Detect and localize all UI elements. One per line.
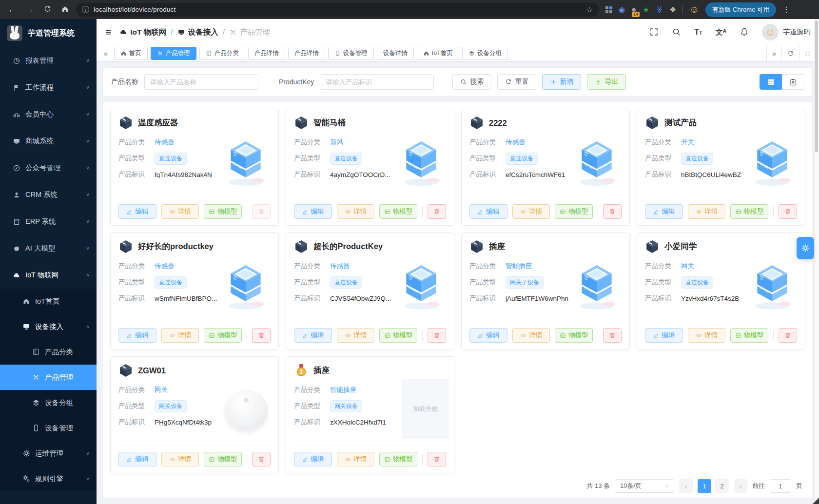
thing-model-button[interactable]: 物模型 (379, 452, 417, 466)
detail-button[interactable]: 详情 (688, 204, 726, 219)
sidebar-item-crm[interactable]: CRM 系统∨ (0, 181, 97, 208)
profile-avatar-icon[interactable]: ☺ (689, 4, 699, 15)
thing-model-button[interactable]: 物模型 (204, 204, 242, 219)
edit-button[interactable]: 编辑 (294, 328, 332, 343)
sidebar-item-erp[interactable]: ERP 系统∨ (0, 208, 97, 235)
product-category-link[interactable]: 传感器 (155, 138, 175, 147)
edit-button[interactable]: 编辑 (469, 204, 507, 219)
extensions-puzzle-icon[interactable]: ❖ (670, 5, 676, 14)
tab-layout-icon[interactable]: ∷ (800, 45, 815, 61)
thing-model-button[interactable]: 物模型 (555, 204, 593, 219)
extension-badge-icon[interactable]: ●14 (631, 5, 636, 15)
extension-balloon-icon[interactable]: ◉ (619, 5, 625, 14)
sidebar-item-product-management[interactable]: 产品管理 (0, 365, 97, 390)
chrome-update-chip[interactable]: 有新版 Chrome 可用 (705, 2, 776, 17)
sidebar-collapse-icon[interactable]: ≡ (105, 26, 111, 38)
sidebar-item-workflow[interactable]: 工作流程∨ (0, 74, 97, 101)
edit-button[interactable]: 编辑 (118, 452, 156, 466)
user-menu[interactable]: ☺ 芋道源码 (762, 24, 810, 40)
search-icon[interactable] (672, 27, 681, 38)
thing-model-button[interactable]: 物模型 (730, 328, 768, 343)
delete-button[interactable] (428, 452, 446, 466)
browser-home-button[interactable] (58, 5, 71, 15)
address-bar[interactable]: i localhost/iot/device/product ☆ (76, 3, 599, 17)
edit-button[interactable]: 编辑 (645, 328, 683, 343)
detail-button[interactable]: 详情 (337, 328, 375, 343)
product-category-link[interactable]: 智能插座 (506, 262, 532, 271)
product-category-link[interactable]: 网关 (681, 262, 694, 271)
thing-model-button[interactable]: 物模型 (379, 328, 417, 343)
sidebar-item-official-account[interactable]: 公众号管理∨ (0, 155, 97, 181)
browser-menu-icon[interactable]: ⋮ (782, 5, 791, 14)
edit-button[interactable]: 编辑 (294, 452, 332, 466)
breadcrumb-item[interactable]: IoT 物联网 (119, 27, 166, 38)
tab-device-management[interactable]: 设备管理 (328, 47, 374, 60)
tabs-scroll-left-icon[interactable]: « (100, 50, 111, 58)
search-button[interactable]: 搜索 (452, 74, 491, 90)
add-button[interactable]: 新增 (542, 74, 581, 90)
delete-button[interactable] (603, 328, 622, 343)
scrollbar-thumb[interactable] (815, 20, 818, 152)
tab-home[interactable]: 首页 (114, 47, 148, 60)
next-page-button[interactable]: › (734, 479, 747, 493)
tab-product-detail-2[interactable]: 产品详情 (288, 47, 325, 60)
delete-button[interactable] (428, 328, 446, 343)
sidebar-item-mall[interactable]: 商城系统∨ (0, 128, 97, 155)
detail-button[interactable]: 详情 (161, 452, 199, 466)
detail-button[interactable]: 详情 (512, 204, 550, 219)
reset-button[interactable]: 重置 (497, 74, 536, 90)
product-category-link[interactable]: 新风 (330, 138, 343, 147)
tab-product-detail-1[interactable]: 产品详情 (248, 47, 285, 60)
product-category-link[interactable]: 传感器 (155, 262, 175, 271)
settings-drawer-button[interactable] (797, 237, 814, 259)
detail-button[interactable]: 详情 (512, 328, 550, 343)
detail-button[interactable]: 详情 (337, 204, 375, 219)
thing-model-button[interactable]: 物模型 (555, 328, 593, 343)
translate-icon[interactable]: 文A (716, 28, 726, 37)
tab-refresh-icon[interactable] (781, 45, 800, 61)
tab-iot-home[interactable]: IoT首页 (417, 47, 459, 60)
delete-button[interactable] (252, 204, 271, 219)
edit-button[interactable]: 编辑 (469, 328, 507, 343)
notification-bell-icon[interactable] (740, 27, 749, 38)
edit-button[interactable]: 编辑 (118, 204, 156, 219)
detail-button[interactable]: 详情 (161, 328, 199, 343)
detail-button[interactable]: 详情 (337, 452, 375, 466)
export-button[interactable]: 导出 (587, 74, 626, 90)
edit-button[interactable]: 编辑 (645, 204, 683, 219)
delete-button[interactable] (252, 328, 271, 343)
sidebar-item-ai[interactable]: AI 大模型∨ (0, 235, 97, 262)
detail-button[interactable]: 详情 (688, 328, 726, 343)
product-category-link[interactable]: 开关 (681, 138, 694, 147)
thing-model-button[interactable]: 物模型 (204, 328, 242, 343)
app-logo[interactable]: 芋道管理系统 (0, 19, 97, 47)
font-size-icon[interactable]: TT (694, 28, 702, 37)
browser-back-button[interactable]: ← (6, 5, 19, 15)
site-info-icon[interactable]: i (82, 6, 89, 13)
page-button-1[interactable]: 1 (698, 479, 711, 493)
product-category-link[interactable]: 网关 (155, 386, 168, 394)
page-button-2[interactable]: 2 (715, 479, 729, 493)
grid-view-button[interactable] (760, 74, 782, 90)
page-size-select[interactable]: 10条/页∨ (615, 479, 674, 493)
tab-device-group[interactable]: 设备分组 (462, 47, 508, 60)
product-category-link[interactable]: 智能插座 (330, 386, 356, 394)
thing-model-button[interactable]: 物模型 (204, 452, 242, 466)
tab-product-category[interactable]: 产品分类 (199, 47, 245, 60)
sidebar-item-device-access[interactable]: 设备接入∧ (0, 314, 97, 339)
product-key-input[interactable] (320, 74, 434, 90)
tab-product-management[interactable]: 产品管理 (151, 47, 196, 60)
sidebar-item-member[interactable]: 会员中心∨ (0, 101, 97, 128)
thing-model-button[interactable]: 物模型 (730, 204, 768, 219)
sidebar-item-rule-engine[interactable]: 规则引擎∨ (0, 466, 97, 491)
fullscreen-icon[interactable] (649, 27, 659, 38)
extension-chevrons-icon[interactable]: ≫ (655, 6, 664, 14)
breadcrumb-item[interactable]: 设备接入 (177, 27, 218, 38)
delete-button[interactable] (428, 204, 446, 219)
sidebar-item-report[interactable]: 报表管理∨ (0, 47, 97, 74)
delete-button[interactable] (252, 452, 271, 466)
delete-button[interactable] (603, 204, 622, 219)
extension-star-icon[interactable]: ★ (643, 5, 649, 14)
bookmark-star-icon[interactable]: ☆ (586, 5, 593, 14)
tab-device-detail[interactable]: 设备详情 (377, 47, 414, 60)
